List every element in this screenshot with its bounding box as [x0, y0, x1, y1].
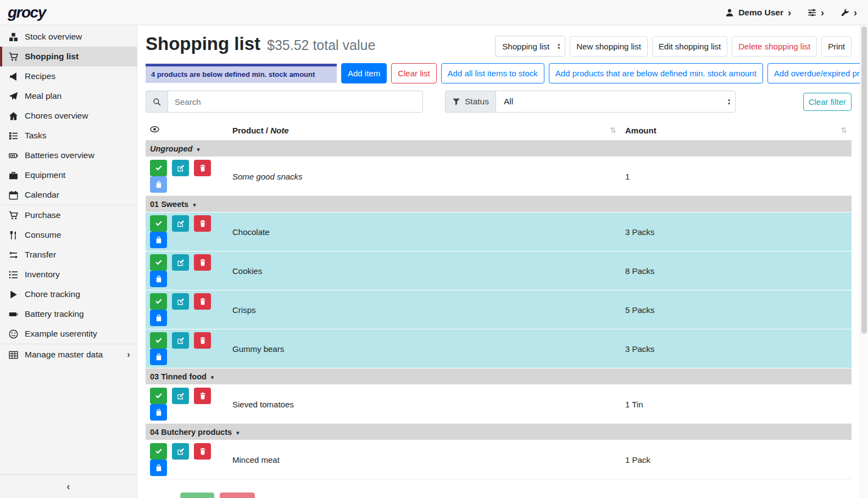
clear-filter-button[interactable]: Clear filter — [803, 93, 852, 111]
delete-item-button[interactable] — [194, 332, 211, 349]
mark-done-button[interactable] — [150, 215, 167, 232]
sidebar-item-consume[interactable]: Consume — [0, 225, 137, 245]
briefcase-icon — [8, 171, 19, 180]
mark-done-button[interactable] — [150, 254, 167, 271]
scrollbar-thumb[interactable] — [861, 26, 867, 334]
below-min-stock-alert[interactable]: 4 products are below defined min. stock … — [146, 64, 337, 83]
sidebar-collapse-button[interactable]: ‹ — [0, 474, 137, 498]
sidebar-item-purchase[interactable]: Purchase — [0, 205, 137, 225]
edit-item-button[interactable] — [172, 332, 189, 349]
mark-done-button[interactable] — [150, 293, 167, 310]
notes-clear-button[interactable]: Clear — [220, 493, 255, 498]
sidebar-item-label: Chore tracking — [25, 289, 80, 299]
sidebar-item-battery-tracking[interactable]: Battery tracking — [0, 304, 137, 324]
sidebar-item-label: Purchase — [25, 210, 60, 220]
product-name: Chocolate — [228, 212, 621, 251]
edit-item-button[interactable] — [172, 443, 189, 460]
edit-item-button[interactable] — [172, 160, 189, 176]
status-select[interactable]: All ▴▾ — [496, 91, 736, 113]
sidebar-item-chores-overview[interactable]: Chores overview — [0, 106, 137, 126]
delete-item-button[interactable] — [194, 293, 211, 310]
admin-menu[interactable]: › — [841, 8, 857, 18]
sidebar-item-batteries-overview[interactable]: Batteries overview — [0, 146, 137, 165]
grocy-logo[interactable]: grocy — [8, 4, 46, 21]
sidebar-item-recipes[interactable]: Recipes — [0, 66, 137, 86]
scrollbar[interactable] — [860, 25, 868, 498]
sidebar-item-chore-tracking[interactable]: Chore tracking — [0, 284, 137, 304]
delete-item-button[interactable] — [194, 388, 211, 404]
chevron-right-icon: › — [127, 349, 130, 360]
caret-down-icon: ▾ — [211, 374, 214, 381]
edit-item-button[interactable] — [172, 215, 189, 232]
mark-done-button[interactable] — [150, 332, 167, 349]
sidebar-item-example-userentity[interactable]: Example userentity — [0, 324, 137, 344]
product-column-header[interactable]: ⇅ Product / Note — [228, 120, 621, 141]
group-label: Ungrouped — [150, 144, 192, 153]
product-group-row[interactable]: Ungrouped▾ — [146, 141, 852, 157]
edit-shopping-list-button[interactable]: Edit shopping list — [652, 36, 727, 57]
add-item-button[interactable]: Add item — [341, 63, 387, 83]
product-group-row[interactable]: 04 Butchery products▾ — [146, 424, 852, 440]
paper-plane-icon — [8, 92, 19, 101]
edit-item-button[interactable] — [172, 254, 189, 271]
sidebar-item-label: Inventory — [25, 270, 60, 279]
toggle-done-column-header[interactable] — [146, 120, 228, 141]
print-button[interactable]: Print — [821, 36, 852, 57]
mark-done-button[interactable] — [150, 160, 167, 176]
edit-item-button[interactable] — [172, 293, 189, 310]
clear-list-button[interactable]: Clear list — [391, 63, 436, 83]
edit-item-button[interactable] — [172, 388, 189, 404]
utensils-icon — [8, 231, 19, 240]
settings-menu[interactable]: › — [808, 8, 824, 18]
purchase-item-button[interactable] — [150, 404, 167, 421]
mark-done-button[interactable] — [150, 388, 167, 404]
sidebar-item-meal-plan[interactable]: Meal plan — [0, 86, 137, 106]
caret-down-icon: ▾ — [193, 202, 196, 208]
sidebar-item-inventory[interactable]: Inventory — [0, 265, 137, 284]
product-amount: 3 Packs — [621, 212, 852, 251]
product-group-row[interactable]: 01 Sweets▾ — [146, 196, 852, 212]
purchase-item-button[interactable] — [150, 460, 167, 476]
mark-done-button[interactable] — [150, 443, 167, 460]
sidebar-item-shopping-list[interactable]: Shopping list — [0, 47, 137, 66]
purchase-item-button[interactable] — [150, 232, 167, 248]
chevron-left-icon: ‹ — [66, 480, 70, 492]
delete-item-button[interactable] — [194, 254, 211, 271]
chevron-right-icon: › — [821, 8, 824, 18]
sidebar-item-tasks[interactable]: Tasks — [0, 126, 137, 146]
sidebar-item-manage-master-data[interactable]: Manage master data › — [0, 344, 137, 365]
purchase-item-button[interactable] — [150, 349, 167, 365]
add-all-to-stock-button[interactable]: Add all list items to stock — [441, 63, 544, 83]
new-shopping-list-button[interactable]: New shopping list — [570, 36, 648, 57]
user-menu[interactable]: Demo User › — [725, 8, 791, 18]
delete-item-button[interactable] — [194, 160, 211, 176]
select-caret-icon: ▴▾ — [558, 42, 560, 50]
notes-title: Notes — [146, 496, 175, 498]
sidebar-item-equipment[interactable]: Equipment — [0, 165, 137, 185]
list-icon — [8, 270, 19, 279]
group-label: 04 Butchery products — [150, 428, 232, 437]
product-name: Minced meat — [228, 440, 621, 479]
product-header-label: Product / — [232, 126, 268, 135]
caret-down-icon: ▾ — [197, 146, 200, 153]
search-icon — [153, 98, 161, 106]
sidebar-item-transfer[interactable]: Transfer — [0, 245, 137, 265]
amount-column-header[interactable]: ⇅ Amount — [621, 120, 852, 141]
purchase-item-button[interactable] — [150, 271, 167, 287]
delete-shopping-list-button[interactable]: Delete shopping list — [732, 36, 817, 57]
purchase-item-button[interactable] — [150, 310, 167, 326]
delete-item-button[interactable] — [194, 443, 211, 460]
notes-save-button[interactable]: Save — [180, 493, 214, 498]
shopping-list-select[interactable]: Shopping list ▴▾ — [495, 36, 565, 57]
add-below-min-stock-button[interactable]: Add products that are below defined min.… — [549, 63, 763, 83]
search-input[interactable] — [168, 91, 423, 113]
add-overdue-button[interactable]: Add overdue/expired products — [767, 63, 868, 83]
sidebar-item-stock-overview[interactable]: Stock overview — [0, 27, 137, 47]
product-group-row[interactable]: 03 Tinned food▾ — [146, 368, 852, 385]
purchase-item-button[interactable] — [150, 176, 167, 193]
sidebar-item-calendar[interactable]: Calendar — [0, 185, 137, 205]
sidebar: Stock overview Shopping list Recipes Mea… — [0, 25, 137, 498]
delete-item-button[interactable] — [194, 215, 211, 232]
status-label: Status — [465, 97, 489, 107]
page-title: Shopping list — [146, 33, 260, 55]
